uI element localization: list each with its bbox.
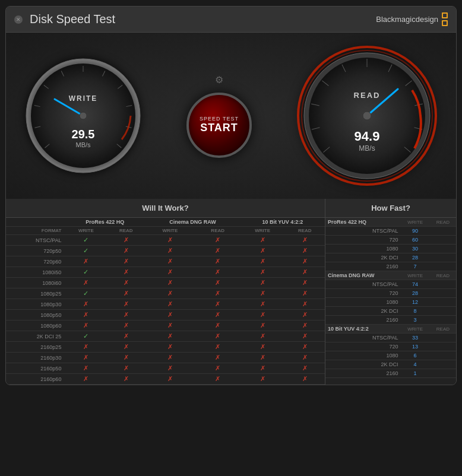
check-cell: ✗ [195,267,241,278]
cross-mark: ✗ [260,236,265,243]
read-value [430,298,456,307]
fast-table-row: 21603 [325,316,456,325]
check-cell: ✗ [145,235,195,246]
read-value [430,369,456,378]
check-cell: ✗ [285,256,325,267]
cross-mark: ✗ [124,322,129,329]
cross-mark: ✗ [124,290,129,297]
cross-mark: ✗ [167,364,173,372]
check-cell: ✗ [195,246,241,256]
brand-square-1 [442,12,448,18]
format-label: 2160p25 [6,342,65,353]
check-cell: ✗ [285,374,325,385]
format-label: 720p60 [6,256,65,267]
cross-mark: ✗ [302,247,308,254]
cross-mark: ✗ [167,311,173,318]
check-cell: ✗ [65,342,107,353]
cross-mark: ✗ [215,375,220,382]
cross-mark: ✗ [124,343,129,350]
gear-icon[interactable]: ⚙ [215,74,223,85]
cross-mark: ✗ [167,332,173,339]
write-value: 3 [400,316,429,325]
svg-text:READ: READ [354,91,381,100]
button-line1: SPEED TEST [200,116,239,122]
check-cell: ✗ [285,299,325,310]
cross-mark: ✗ [302,300,308,307]
table-row: NTSC/PAL✓✗✗✗✗✗ [6,235,325,246]
check-cell: ✗ [195,256,241,267]
check-cell: ✗ [285,310,325,320]
read-value [430,262,456,271]
format-label: 1080i50 [6,267,65,278]
check-cell: ✗ [195,235,241,246]
read-value [430,334,456,342]
brand-square-2 [442,20,448,26]
check-cell: ✗ [195,299,241,310]
cinema-read-sub: READ [195,227,241,235]
speed-test-button[interactable]: SPEED TEST START [186,93,252,158]
fast-table-row: 2K DCI28 [325,253,456,262]
check-cell: ✗ [65,320,107,331]
fast-format-label: NTSC/PAL [325,334,400,342]
check-cell: ✗ [241,267,285,278]
button-line2: START [200,122,238,134]
cross-mark: ✗ [83,364,88,372]
close-button[interactable]: ✕ [14,15,23,24]
cross-mark: ✗ [215,268,220,275]
group-header-row: ProRes 422 HQWRITEREAD [325,218,456,227]
check-cell: ✗ [285,363,325,374]
write-value: 28 [400,289,429,298]
cross-mark: ✗ [124,279,129,286]
fast-format-label: 1080 [325,298,400,307]
cross-mark: ✗ [83,322,88,329]
table-row: 1080i60✗✗✗✗✗✗ [6,278,325,288]
check-cell: ✗ [241,310,285,320]
cross-mark: ✗ [124,375,129,382]
cross-mark: ✗ [215,364,220,372]
read-value [430,280,456,289]
format-label: 2160p50 [6,363,65,374]
check-cell: ✗ [65,299,107,310]
cross-mark: ✗ [215,236,220,243]
fast-format-label: 1080 [325,351,400,360]
check-mark: ✓ [83,236,88,243]
cross-mark: ✗ [260,322,265,329]
check-cell: ✗ [195,320,241,331]
brand-area: Blackmagicdesign [376,12,448,26]
read-value [430,245,456,253]
write-col-header: WRITE [400,325,429,334]
check-mark: ✓ [83,290,88,297]
write-value: 1 [400,369,429,378]
cross-mark: ✗ [167,236,173,243]
fast-table-row: 108012 [325,298,456,307]
read-value [430,236,456,245]
read-value [430,289,456,298]
fast-format-label: 720 [325,342,400,351]
write-gauge-svg: WRITE 29.5 MB/s [24,56,143,175]
fast-table-row: 21601 [325,369,456,378]
check-cell: ✗ [107,374,145,385]
cross-mark: ✗ [124,300,129,307]
prores-write-sub: WRITE [65,227,107,235]
will-it-work-header: Will It Work? [6,199,325,218]
fast-table-row: 10806 [325,351,456,360]
how-fast-header: How Fast? [325,199,456,218]
svg-text:MB/s: MB/s [359,144,375,153]
cross-mark: ✗ [83,300,88,307]
cross-mark: ✗ [83,258,88,265]
fast-format-label: NTSC/PAL [325,227,400,236]
svg-point-34 [363,112,371,120]
svg-text:94.9: 94.9 [355,129,380,144]
cross-mark: ✗ [302,354,308,361]
write-value: 28 [400,253,429,262]
cross-mark: ✗ [215,322,220,329]
check-cell: ✗ [285,342,325,353]
group-label: Cinema DNG RAW [325,271,400,280]
check-cell: ✗ [241,235,285,246]
table-row: 1080p30✗✗✗✗✗✗ [6,299,325,310]
cross-mark: ✗ [124,236,129,243]
check-cell: ✗ [195,310,241,320]
write-value: 6 [400,351,429,360]
cross-mark: ✗ [302,258,308,265]
cross-mark: ✗ [215,332,220,339]
